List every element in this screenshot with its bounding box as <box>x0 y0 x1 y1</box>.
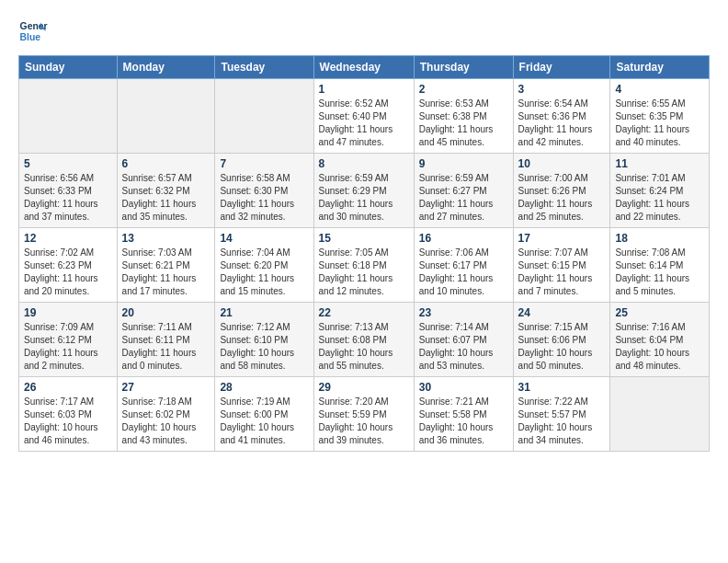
week-row-3: 12Sunrise: 7:02 AM Sunset: 6:23 PM Dayli… <box>19 228 710 303</box>
weekday-header-saturday: Saturday <box>610 56 710 79</box>
week-row-1: 1Sunrise: 6:52 AM Sunset: 6:40 PM Daylig… <box>19 79 710 154</box>
weekday-header-wednesday: Wednesday <box>313 56 414 79</box>
day-number: 7 <box>220 157 308 170</box>
day-number: 31 <box>518 381 606 394</box>
calendar-cell: 1Sunrise: 6:52 AM Sunset: 6:40 PM Daylig… <box>313 79 414 154</box>
calendar-cell: 23Sunrise: 7:14 AM Sunset: 6:07 PM Dayli… <box>414 303 513 377</box>
day-number: 24 <box>518 306 606 319</box>
svg-text:General: General <box>20 21 48 31</box>
calendar-cell: 20Sunrise: 7:11 AM Sunset: 6:11 PM Dayli… <box>117 303 215 377</box>
day-number: 15 <box>319 232 409 245</box>
calendar-cell: 4Sunrise: 6:55 AM Sunset: 6:35 PM Daylig… <box>610 79 710 154</box>
calendar-cell: 18Sunrise: 7:08 AM Sunset: 6:14 PM Dayli… <box>610 228 710 303</box>
day-info: Sunrise: 6:54 AM Sunset: 6:36 PM Dayligh… <box>518 98 606 149</box>
day-number: 26 <box>24 381 112 394</box>
calendar-cell: 22Sunrise: 7:13 AM Sunset: 6:08 PM Dayli… <box>313 303 414 377</box>
logo: General Blue <box>18 17 48 46</box>
day-info: Sunrise: 7:12 AM Sunset: 6:10 PM Dayligh… <box>220 321 308 373</box>
day-number: 11 <box>615 157 704 170</box>
day-number: 18 <box>615 232 704 245</box>
day-number: 8 <box>319 157 409 170</box>
calendar-cell: 28Sunrise: 7:19 AM Sunset: 6:00 PM Dayli… <box>215 377 313 452</box>
day-info: Sunrise: 7:04 AM Sunset: 6:20 PM Dayligh… <box>220 247 308 298</box>
calendar-cell <box>117 79 215 154</box>
calendar-cell: 8Sunrise: 6:59 AM Sunset: 6:29 PM Daylig… <box>313 154 414 228</box>
calendar-cell: 13Sunrise: 7:03 AM Sunset: 6:21 PM Dayli… <box>117 228 215 303</box>
weekday-header-tuesday: Tuesday <box>215 56 313 79</box>
day-number: 6 <box>122 157 210 170</box>
day-number: 25 <box>615 306 704 319</box>
calendar-cell: 6Sunrise: 6:57 AM Sunset: 6:32 PM Daylig… <box>117 154 215 228</box>
calendar-cell: 10Sunrise: 7:00 AM Sunset: 6:26 PM Dayli… <box>513 154 610 228</box>
day-number: 16 <box>419 232 508 245</box>
calendar-cell: 24Sunrise: 7:15 AM Sunset: 6:06 PM Dayli… <box>513 303 610 377</box>
day-number: 22 <box>319 306 409 319</box>
day-number: 14 <box>220 232 308 245</box>
day-number: 1 <box>319 83 409 96</box>
day-number: 20 <box>122 306 210 319</box>
weekday-header-row: SundayMondayTuesdayWednesdayThursdayFrid… <box>19 56 710 79</box>
calendar-cell: 3Sunrise: 6:54 AM Sunset: 6:36 PM Daylig… <box>513 79 610 154</box>
calendar-cell <box>610 377 710 452</box>
day-info: Sunrise: 6:53 AM Sunset: 6:38 PM Dayligh… <box>419 98 508 149</box>
day-info: Sunrise: 7:19 AM Sunset: 6:00 PM Dayligh… <box>220 396 308 447</box>
day-number: 3 <box>518 83 606 96</box>
day-info: Sunrise: 7:01 AM Sunset: 6:24 PM Dayligh… <box>615 172 704 224</box>
calendar-cell: 19Sunrise: 7:09 AM Sunset: 6:12 PM Dayli… <box>19 303 118 377</box>
calendar-cell: 11Sunrise: 7:01 AM Sunset: 6:24 PM Dayli… <box>610 154 710 228</box>
calendar-table: SundayMondayTuesdayWednesdayThursdayFrid… <box>18 55 710 452</box>
day-info: Sunrise: 7:07 AM Sunset: 6:15 PM Dayligh… <box>518 247 606 298</box>
day-number: 9 <box>419 157 508 170</box>
day-info: Sunrise: 7:02 AM Sunset: 6:23 PM Dayligh… <box>24 247 112 298</box>
day-info: Sunrise: 7:05 AM Sunset: 6:18 PM Dayligh… <box>319 247 409 298</box>
day-number: 23 <box>419 306 508 319</box>
day-number: 30 <box>419 381 508 394</box>
day-number: 13 <box>122 232 210 245</box>
calendar-cell: 31Sunrise: 7:22 AM Sunset: 5:57 PM Dayli… <box>513 377 610 452</box>
day-info: Sunrise: 7:13 AM Sunset: 6:08 PM Dayligh… <box>319 321 409 373</box>
calendar-cell: 17Sunrise: 7:07 AM Sunset: 6:15 PM Dayli… <box>513 228 610 303</box>
calendar-cell: 25Sunrise: 7:16 AM Sunset: 6:04 PM Dayli… <box>610 303 710 377</box>
logo-icon: General Blue <box>18 17 48 46</box>
day-info: Sunrise: 6:52 AM Sunset: 6:40 PM Dayligh… <box>319 98 409 149</box>
week-row-4: 19Sunrise: 7:09 AM Sunset: 6:12 PM Dayli… <box>19 303 710 377</box>
page-header: General Blue <box>18 17 710 46</box>
day-info: Sunrise: 7:09 AM Sunset: 6:12 PM Dayligh… <box>24 321 112 373</box>
day-info: Sunrise: 6:55 AM Sunset: 6:35 PM Dayligh… <box>615 98 704 149</box>
calendar-cell: 26Sunrise: 7:17 AM Sunset: 6:03 PM Dayli… <box>19 377 118 452</box>
day-info: Sunrise: 6:59 AM Sunset: 6:27 PM Dayligh… <box>419 172 508 224</box>
day-number: 10 <box>518 157 606 170</box>
day-info: Sunrise: 7:20 AM Sunset: 5:59 PM Dayligh… <box>319 396 409 447</box>
calendar-cell: 5Sunrise: 6:56 AM Sunset: 6:33 PM Daylig… <box>19 154 118 228</box>
weekday-header-friday: Friday <box>513 56 610 79</box>
day-info: Sunrise: 6:57 AM Sunset: 6:32 PM Dayligh… <box>122 172 210 224</box>
day-info: Sunrise: 7:16 AM Sunset: 6:04 PM Dayligh… <box>615 321 704 373</box>
weekday-header-sunday: Sunday <box>19 56 118 79</box>
day-info: Sunrise: 7:08 AM Sunset: 6:14 PM Dayligh… <box>615 247 704 298</box>
day-info: Sunrise: 7:00 AM Sunset: 6:26 PM Dayligh… <box>518 172 606 224</box>
day-number: 27 <box>122 381 210 394</box>
day-info: Sunrise: 6:59 AM Sunset: 6:29 PM Dayligh… <box>319 172 409 224</box>
day-info: Sunrise: 7:22 AM Sunset: 5:57 PM Dayligh… <box>518 396 606 447</box>
weekday-header-monday: Monday <box>117 56 215 79</box>
day-number: 12 <box>24 232 112 245</box>
day-info: Sunrise: 7:11 AM Sunset: 6:11 PM Dayligh… <box>122 321 210 373</box>
calendar-cell: 16Sunrise: 7:06 AM Sunset: 6:17 PM Dayli… <box>414 228 513 303</box>
day-info: Sunrise: 7:03 AM Sunset: 6:21 PM Dayligh… <box>122 247 210 298</box>
calendar-cell <box>215 79 313 154</box>
week-row-2: 5Sunrise: 6:56 AM Sunset: 6:33 PM Daylig… <box>19 154 710 228</box>
day-number: 4 <box>615 83 704 96</box>
day-info: Sunrise: 7:06 AM Sunset: 6:17 PM Dayligh… <box>419 247 508 298</box>
day-number: 2 <box>419 83 508 96</box>
calendar-cell: 7Sunrise: 6:58 AM Sunset: 6:30 PM Daylig… <box>215 154 313 228</box>
calendar-cell: 27Sunrise: 7:18 AM Sunset: 6:02 PM Dayli… <box>117 377 215 452</box>
day-info: Sunrise: 7:15 AM Sunset: 6:06 PM Dayligh… <box>518 321 606 373</box>
calendar-cell: 21Sunrise: 7:12 AM Sunset: 6:10 PM Dayli… <box>215 303 313 377</box>
day-number: 17 <box>518 232 606 245</box>
week-row-5: 26Sunrise: 7:17 AM Sunset: 6:03 PM Dayli… <box>19 377 710 452</box>
calendar-cell <box>19 79 118 154</box>
calendar-cell: 2Sunrise: 6:53 AM Sunset: 6:38 PM Daylig… <box>414 79 513 154</box>
day-info: Sunrise: 7:17 AM Sunset: 6:03 PM Dayligh… <box>24 396 112 447</box>
day-number: 21 <box>220 306 308 319</box>
calendar-cell: 30Sunrise: 7:21 AM Sunset: 5:58 PM Dayli… <box>414 377 513 452</box>
